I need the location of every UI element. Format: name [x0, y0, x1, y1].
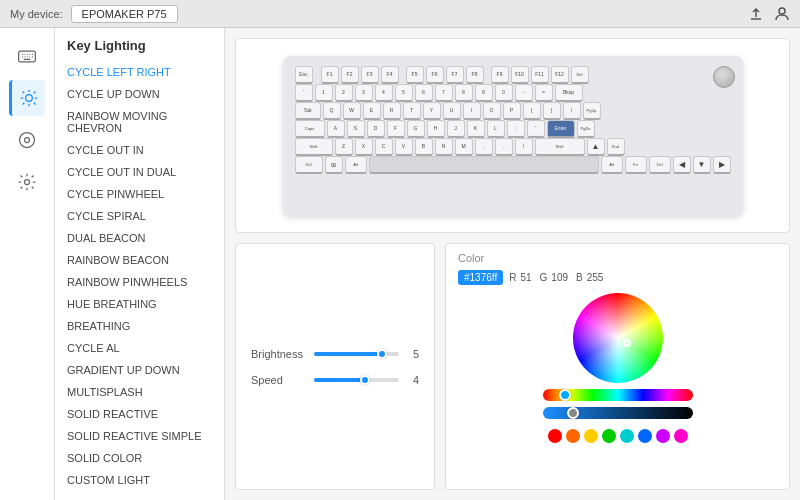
- lighting-item-solid-reactive-simple[interactable]: SOLID REACTIVE SIMPLE: [55, 425, 224, 447]
- key-1[interactable]: 1: [315, 84, 333, 102]
- key-fn[interactable]: Fn: [625, 156, 647, 174]
- key-5[interactable]: 5: [395, 84, 413, 102]
- lighting-item-rainbow-beacon[interactable]: RAINBOW BEACON: [55, 249, 224, 271]
- key-e[interactable]: E: [363, 102, 381, 120]
- lighting-item-breathing[interactable]: BREATHING: [55, 315, 224, 337]
- key-rbracket[interactable]: ]: [543, 102, 561, 120]
- color-swatch-1[interactable]: [566, 429, 580, 443]
- lighting-item-gradient-up-down[interactable]: GRADIENT UP DOWN: [55, 359, 224, 381]
- key-tab[interactable]: Tab: [295, 102, 321, 120]
- key-backslash[interactable]: \: [563, 102, 581, 120]
- key-f3[interactable]: F3: [361, 66, 379, 84]
- key-f[interactable]: F: [387, 120, 405, 138]
- key-q[interactable]: Q: [323, 102, 341, 120]
- key-i[interactable]: I: [463, 102, 481, 120]
- key-pgup[interactable]: PgUp: [583, 102, 601, 120]
- color-swatch-4[interactable]: [620, 429, 634, 443]
- key-a[interactable]: A: [327, 120, 345, 138]
- key-f11[interactable]: F11: [531, 66, 549, 84]
- key-rshift[interactable]: Shift: [535, 138, 585, 156]
- key-y[interactable]: Y: [423, 102, 441, 120]
- key-equals[interactable]: =: [535, 84, 553, 102]
- volume-knob[interactable]: [713, 66, 735, 88]
- key-down[interactable]: ▼: [693, 156, 711, 174]
- key-slash[interactable]: /: [515, 138, 533, 156]
- speed-thumb[interactable]: [360, 375, 370, 385]
- key-7[interactable]: 7: [435, 84, 453, 102]
- key-o[interactable]: O: [483, 102, 501, 120]
- key-semicolon[interactable]: ;: [507, 120, 525, 138]
- color-swatch-2[interactable]: [584, 429, 598, 443]
- key-lshift[interactable]: Shift: [295, 138, 333, 156]
- color-swatch-7[interactable]: [674, 429, 688, 443]
- key-end[interactable]: End: [607, 138, 625, 156]
- key-c[interactable]: C: [375, 138, 393, 156]
- key-j[interactable]: J: [447, 120, 465, 138]
- key-left[interactable]: ◀: [673, 156, 691, 174]
- lighting-item-cycle-left-right[interactable]: CYCLE LEFT RIGHT: [55, 61, 224, 83]
- key-n[interactable]: N: [435, 138, 453, 156]
- key-comma[interactable]: ,: [475, 138, 493, 156]
- key-t[interactable]: T: [403, 102, 421, 120]
- key-v[interactable]: V: [395, 138, 413, 156]
- key-k[interactable]: K: [467, 120, 485, 138]
- lighting-item-cycle-up-down[interactable]: CYCLE UP DOWN: [55, 83, 224, 105]
- lighting-item-hue-breathing[interactable]: HUE BREATHING: [55, 293, 224, 315]
- upload-icon[interactable]: [748, 6, 764, 22]
- lighting-item-solid-reactive[interactable]: SOLID REACTIVE: [55, 403, 224, 425]
- brightness-color-slider[interactable]: [543, 407, 693, 419]
- key-h[interactable]: H: [427, 120, 445, 138]
- hue-slider[interactable]: [543, 389, 693, 401]
- key-u[interactable]: U: [443, 102, 461, 120]
- sidebar-item-macro[interactable]: [9, 122, 45, 158]
- key-6[interactable]: 6: [415, 84, 433, 102]
- lighting-item-cycle-all[interactable]: CYCLE AL: [55, 337, 224, 359]
- key-win[interactable]: ⊞: [325, 156, 343, 174]
- key-r[interactable]: R: [383, 102, 401, 120]
- key-g[interactable]: G: [407, 120, 425, 138]
- key-m[interactable]: M: [455, 138, 473, 156]
- key-w[interactable]: W: [343, 102, 361, 120]
- lighting-item-rainbow-moving-chevron[interactable]: RAINBOW MOVING CHEVRON: [55, 105, 224, 139]
- key-f5[interactable]: F5: [406, 66, 424, 84]
- key-p[interactable]: P: [503, 102, 521, 120]
- key-ralt[interactable]: Alt: [601, 156, 623, 174]
- key-period[interactable]: .: [495, 138, 513, 156]
- key-0[interactable]: 0: [495, 84, 513, 102]
- key-lctrl[interactable]: Ctrl: [295, 156, 323, 174]
- key-lalt[interactable]: Alt: [345, 156, 367, 174]
- hex-value[interactable]: #1376ff: [458, 270, 503, 285]
- lighting-item-rainbow-pinwheels[interactable]: RAINBOW PINWHEELS: [55, 271, 224, 293]
- brightness-slider[interactable]: [314, 352, 399, 356]
- key-space[interactable]: [369, 156, 599, 174]
- key-8[interactable]: 8: [455, 84, 473, 102]
- key-f4[interactable]: F4: [381, 66, 399, 84]
- user-icon[interactable]: [774, 6, 790, 22]
- lighting-item-custom-light[interactable]: CUSTOM LIGHT: [55, 469, 224, 491]
- color-swatch-6[interactable]: [656, 429, 670, 443]
- key-up[interactable]: ▲: [587, 138, 605, 156]
- sidebar-item-settings[interactable]: [9, 164, 45, 200]
- speed-slider[interactable]: [314, 378, 399, 382]
- key-minus[interactable]: -: [515, 84, 533, 102]
- key-x[interactable]: X: [355, 138, 373, 156]
- color-wheel[interactable]: [573, 293, 663, 383]
- key-f8[interactable]: F8: [466, 66, 484, 84]
- lighting-item-cycle-out-in-dual[interactable]: CYCLE OUT IN DUAL: [55, 161, 224, 183]
- lighting-item-cycle-out-in[interactable]: CYCLE OUT IN: [55, 139, 224, 161]
- key-f7[interactable]: F7: [446, 66, 464, 84]
- key-enter[interactable]: Enter: [547, 120, 575, 138]
- key-pgdn[interactable]: PgDn: [577, 120, 595, 138]
- key-f9[interactable]: F9: [491, 66, 509, 84]
- key-tilde[interactable]: `: [295, 84, 313, 102]
- color-swatch-5[interactable]: [638, 429, 652, 443]
- color-swatch-3[interactable]: [602, 429, 616, 443]
- key-d[interactable]: D: [367, 120, 385, 138]
- color-swatch-0[interactable]: [548, 429, 562, 443]
- sidebar-item-keyboard[interactable]: [9, 38, 45, 74]
- key-9[interactable]: 9: [475, 84, 493, 102]
- key-right[interactable]: ▶: [713, 156, 731, 174]
- key-2[interactable]: 2: [335, 84, 353, 102]
- lighting-item-cycle-pinwheel[interactable]: CYCLE PINWHEEL: [55, 183, 224, 205]
- key-z[interactable]: Z: [335, 138, 353, 156]
